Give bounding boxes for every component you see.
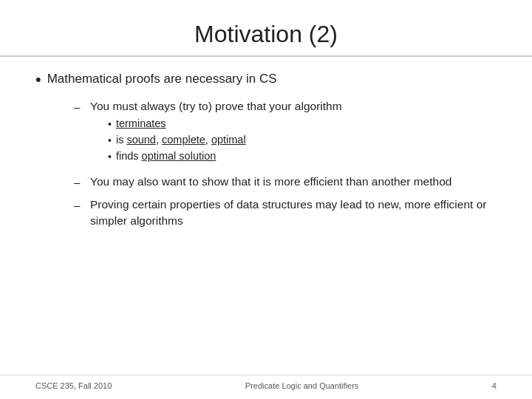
mini-item-sound: • is sound, complete, optimal bbox=[108, 132, 342, 149]
dash-3-icon: – bbox=[74, 197, 84, 214]
mini-item-finds: • finds optimal solution bbox=[108, 149, 342, 165]
dash-2-icon: – bbox=[74, 174, 84, 191]
dash-item-1: – You must always (try to) prove that yo… bbox=[74, 98, 497, 168]
mini-text-finds: finds optimal solution bbox=[116, 149, 216, 165]
footer-left: CSCE 235, Fall 2010 bbox=[35, 381, 112, 390]
mini-item-terminates: • terminates bbox=[108, 116, 342, 132]
mini-dot-3: • bbox=[108, 149, 112, 165]
mini-dot-1: • bbox=[108, 117, 112, 132]
dash-3-text: Proving certain properties of data struc… bbox=[90, 197, 497, 230]
footer-center: Predicate Logic and Quantifiers bbox=[245, 381, 358, 390]
main-bullet-text: Mathematical proofs are necessary in CS bbox=[47, 70, 277, 88]
slide-footer: CSCE 235, Fall 2010 Predicate Logic and … bbox=[0, 375, 532, 399]
dash-2-text: You may also want to show that it is mor… bbox=[90, 174, 451, 190]
main-bullet-dot: • bbox=[35, 69, 41, 91]
mini-text-sound: is sound, complete, optimal bbox=[116, 132, 246, 149]
slide-content: • Mathematical proofs are necessary in C… bbox=[0, 57, 532, 375]
sub-bullets: – You must always (try to) prove that yo… bbox=[74, 98, 497, 230]
slide-title: Motivation (2) bbox=[35, 21, 497, 48]
dash-1-icon: – bbox=[74, 99, 84, 115]
mini-bullets-1: • terminates • is sound, complete, optim… bbox=[108, 116, 342, 165]
footer-right: 4 bbox=[492, 381, 497, 390]
mini-dot-2: • bbox=[108, 133, 112, 149]
dash-item-3: – Proving certain properties of data str… bbox=[74, 197, 497, 230]
main-bullet: • Mathematical proofs are necessary in C… bbox=[35, 70, 497, 91]
dash-item-2: – You may also want to show that it is m… bbox=[74, 174, 497, 191]
mini-text-terminates: terminates bbox=[116, 116, 166, 132]
slide-header: Motivation (2) bbox=[0, 0, 532, 57]
slide: Motivation (2) • Mathematical proofs are… bbox=[0, 0, 532, 399]
dash-1-text: You must always (try to) prove that your… bbox=[90, 100, 342, 112]
